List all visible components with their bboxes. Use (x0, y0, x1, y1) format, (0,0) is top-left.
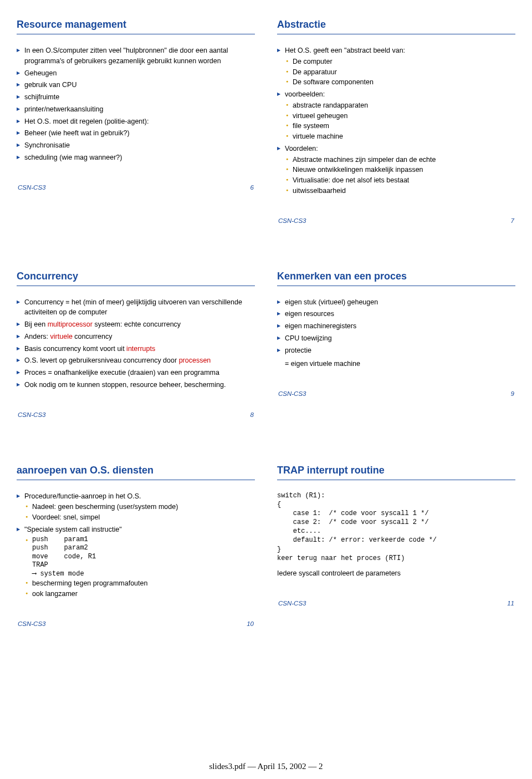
list-item: Concurrency = het (min of meer) gelijkti… (17, 297, 255, 318)
list-item: Basis concurrency komt voort uit interru… (17, 344, 255, 354)
slide-footer: CSN-CS3 7 (277, 217, 515, 224)
slide-kenmerken: Kenmerken van een proces eigen stuk (vir… (277, 268, 515, 418)
slide-title: Concurrency (17, 268, 255, 286)
sub-item: Voordeel: snel, simpel (24, 512, 255, 523)
list-item: Voordelen: Abstracte machines zijn simpe… (277, 144, 515, 196)
footer-left: CSN-CS3 (278, 390, 306, 397)
slide-title: Abstractie (277, 17, 515, 34)
note-text: Iedere syscall controleert de parameters (277, 568, 515, 579)
list-item: protectie (277, 345, 515, 356)
list-item: gebruik van CPU (17, 80, 255, 90)
footer-left: CSN-CS3 (18, 411, 45, 418)
sub-item: file systeem (285, 121, 515, 131)
list-item: scheduling (wie mag wanneer?) (17, 152, 255, 163)
slide-footer: CSN-CS3 9 (277, 390, 515, 397)
sub-item: abstracte randapparaten (285, 100, 515, 111)
list-item: Het O.S. moet dit regelen (politie-agent… (17, 116, 255, 127)
slide-title: TRAP interrupt routine (277, 462, 515, 480)
slide-footer: CSN-CS3 11 (277, 600, 515, 607)
code-block: switch (R1): { case 1: /* code voor sysc… (277, 491, 515, 563)
slide-concurrency: Concurrency Concurrency = het (min of me… (17, 268, 255, 418)
footer-left: CSN-CS3 (18, 184, 45, 191)
list-item: Bij een multiprocessor systeem: echte co… (17, 319, 255, 330)
slide-footer: CSN-CS3 6 (17, 184, 255, 191)
list-item: voorbeelden: abstracte randapparaten vir… (277, 89, 515, 142)
footer-right: 7 (511, 217, 514, 224)
list-item: O.S. levert op gebruikersniveau concurre… (17, 355, 255, 366)
list-item: Synchronisatie (17, 140, 255, 151)
slide-content: Procedure/functie-aanroep in het O.S. Na… (17, 491, 255, 599)
item-text: Procedure/functie-aanroep in het O.S. (24, 492, 141, 500)
emphasis: virtuele (50, 333, 73, 340)
slide-trap: TRAP interrupt routine switch (R1): { ca… (277, 462, 515, 627)
emphasis: multiprocessor (48, 320, 93, 328)
sub-item: Nieuwe ontwikkelingen makkelijk inpassen (285, 165, 515, 175)
list-item: In een O.S/computer zitten veel "hulpbro… (17, 45, 255, 67)
footer-left: CSN-CS3 (278, 600, 306, 607)
slide-content: Het O.S. geeft een "abstract beeld van: … (277, 45, 515, 196)
slide-grid: Resource management In een O.S/computer … (17, 17, 515, 627)
slide-content: eigen stuk (virtueel) geheugen eigen res… (277, 297, 515, 370)
item-text: Het O.S. geeft een "abstract beeld van: (285, 47, 405, 54)
slide-content: Concurrency = het (min of meer) gelijkti… (17, 297, 255, 390)
list-item: Procedure/functie-aanroep in het O.S. Na… (17, 491, 255, 523)
list-item: eigen stuk (virtueel) geheugen (277, 297, 515, 308)
list-item: schijfruimte (17, 92, 255, 103)
list-item: "Speciale system call instructie" push p… (17, 525, 255, 599)
list-item: printer/netwerkaansluiting (17, 104, 255, 115)
slide-content: switch (R1): { case 1: /* code voor sysc… (277, 491, 515, 579)
list-item: Proces = onafhankelijke executie (draaie… (17, 368, 255, 378)
slide-resource-management: Resource management In een O.S/computer … (17, 17, 255, 224)
list-item: Beheer (wie heeft wat in gebruik?) (17, 128, 255, 139)
list-item: Geheugen (17, 68, 255, 79)
footer-right: 8 (250, 411, 254, 418)
sub-item: virtuele machine (285, 131, 515, 142)
sub-item: De computer (285, 57, 515, 67)
sub-item: Abstracte machines zijn simpeler dan de … (285, 155, 515, 165)
document-footer: slides3.pdf — April 15, 2002 — 2 (0, 762, 532, 771)
footer-right: 6 (250, 184, 254, 191)
sub-item: De software componenten (285, 77, 515, 88)
emphasis: interrupts (126, 345, 155, 353)
item-text: voorbeelden: (285, 90, 325, 98)
slide-content: In een O.S/computer zitten veel "hulpbro… (17, 45, 255, 163)
emphasis: processen (179, 357, 211, 364)
sub-item: bescherming tegen programmafouten (24, 578, 255, 589)
list-item: CPU toewijzing (277, 333, 515, 344)
sub-item: push param1 push param2 move code, R1 TR… (24, 536, 255, 579)
sub-item: ook langzamer (24, 589, 255, 599)
code-block: push param1 push param2 move code, R1 TR… (32, 536, 255, 579)
sub-item: uitwisselbaarheid (285, 186, 515, 196)
list-item: eigen resources (277, 309, 515, 319)
slide-footer: CSN-CS3 8 (17, 411, 255, 418)
sub-item: Nadeel: geen bescherming (user/system mo… (24, 502, 255, 512)
footer-right: 9 (511, 390, 514, 397)
list-item: Anders: virtuele concurrency (17, 332, 255, 342)
item-text: "Speciale system call instructie" (24, 526, 122, 533)
footer-right: 10 (247, 620, 254, 627)
equation-line: = eigen virtuele machine (285, 359, 515, 369)
list-item: eigen machineregisters (277, 321, 515, 332)
footer-right: 11 (507, 600, 514, 607)
list-item: Ook nodig om te kunnen stoppen, resource… (17, 380, 255, 390)
item-text: Voordelen: (285, 145, 318, 152)
slide-title: aanroepen van O.S. diensten (17, 462, 255, 480)
slide-title: Resource management (17, 17, 255, 34)
footer-left: CSN-CS3 (18, 620, 45, 627)
footer-left: CSN-CS3 (278, 217, 306, 224)
slide-title: Kenmerken van een proces (277, 268, 515, 286)
list-item: Het O.S. geeft een "abstract beeld van: … (277, 45, 515, 88)
sub-item: Virtualisatie: doe net alsof iets bestaa… (285, 175, 515, 186)
sub-item: De apparatuur (285, 67, 515, 78)
sub-item: virtueel geheugen (285, 111, 515, 121)
slide-aanroepen: aanroepen van O.S. diensten Procedure/fu… (17, 462, 255, 627)
slide-abstractie: Abstractie Het O.S. geeft een "abstract … (277, 17, 515, 224)
slide-footer: CSN-CS3 10 (17, 620, 255, 627)
